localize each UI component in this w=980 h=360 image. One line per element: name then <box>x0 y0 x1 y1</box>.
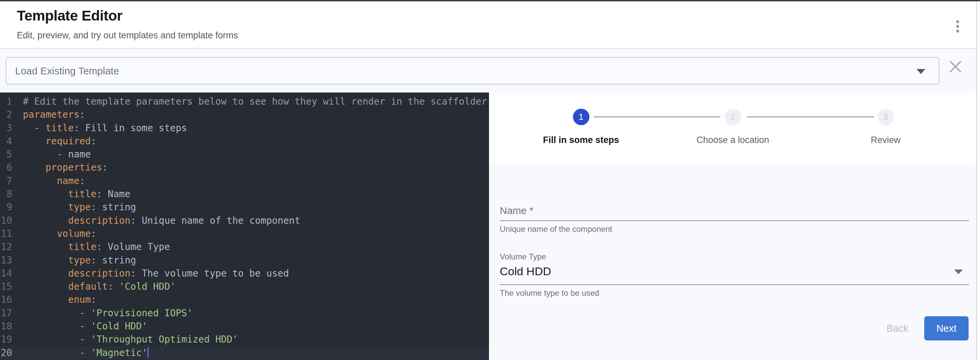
code-line[interactable]: 7 name: <box>0 174 489 187</box>
code-token <box>23 162 45 173</box>
volume-type-select[interactable] <box>500 250 969 310</box>
template-toolbar: Load Existing Template <box>0 49 980 93</box>
line-number: 11 <box>0 227 12 240</box>
code-token <box>23 268 68 279</box>
step-number-badge: 1 <box>573 109 589 125</box>
code-token: 'Magnetic' <box>91 347 148 358</box>
code-text: - 'Throughput Optimized HDD' <box>12 333 238 346</box>
code-token: - <box>23 347 91 358</box>
code-text: - 'Provisioned IOPS' <box>12 307 193 320</box>
code-token: # Edit the template parameters below to … <box>23 96 487 107</box>
code-line[interactable]: 15 default: 'Cold HDD' <box>0 280 489 293</box>
volume-type-field: Volume Type Cold HDD The volume type to … <box>500 250 969 310</box>
yaml-code-editor[interactable]: 1# Edit the template parameters below to… <box>0 93 489 360</box>
code-token: parameters <box>23 109 80 120</box>
code-line[interactable]: 5 - name <box>0 148 489 161</box>
code-line[interactable]: 13 type: string <box>0 254 489 267</box>
code-token: 'Throughput Optimized HDD' <box>91 334 238 345</box>
step-label: Review <box>815 135 956 146</box>
code-token <box>23 281 68 292</box>
line-number: 20 <box>0 346 12 359</box>
step-label: Fill in some steps <box>511 135 652 146</box>
line-number: 16 <box>0 293 12 306</box>
code-text: properties: <box>12 161 108 174</box>
close-editor-button[interactable] <box>948 59 963 74</box>
code-token: : <box>96 189 102 200</box>
code-line[interactable]: 12 title: Volume Type <box>0 240 489 253</box>
code-token: properties <box>45 162 102 173</box>
code-line[interactable]: 2parameters: <box>0 108 489 121</box>
vertical-scrollbar[interactable] <box>976 2 980 360</box>
code-text: volume: <box>12 227 96 240</box>
code-token: : <box>80 175 85 186</box>
volume-type-underline <box>500 284 969 285</box>
back-button[interactable]: Back <box>877 316 918 341</box>
stepper-step-2[interactable]: 2Choose a location <box>662 109 803 146</box>
line-number: 19 <box>0 333 12 346</box>
code-text: type: string <box>12 200 136 214</box>
code-line[interactable]: 9 type: string <box>0 200 489 214</box>
code-text: - 'Magnetic' <box>12 346 148 359</box>
code-text: type: string <box>12 254 136 267</box>
code-token <box>23 294 68 305</box>
caret-down-icon <box>954 269 963 274</box>
code-line[interactable]: 18 - 'Cold HDD' <box>0 320 489 333</box>
step-number-badge: 3 <box>878 109 894 125</box>
line-number: 2 <box>0 108 12 121</box>
name-field: Name * Unique name of the component <box>500 205 969 249</box>
code-line[interactable]: 1# Edit the template parameters below to… <box>0 95 489 108</box>
code-token: : <box>91 136 96 147</box>
line-number: 7 <box>0 174 12 187</box>
code-token: string <box>96 255 136 266</box>
code-text: - title: Fill in some steps <box>12 122 187 134</box>
next-button[interactable]: Next <box>924 316 969 341</box>
code-token: : <box>130 215 136 226</box>
code-line[interactable]: 16 enum: <box>0 293 489 306</box>
name-input-underline <box>500 220 969 221</box>
more-options-kebab-icon[interactable] <box>956 19 960 33</box>
code-token <box>23 255 68 266</box>
line-number: 12 <box>0 240 12 253</box>
code-token: : <box>91 294 96 305</box>
code-token: The volume type to be used <box>136 268 289 279</box>
code-token: - <box>23 149 68 160</box>
code-text: name: <box>12 174 85 187</box>
code-line[interactable]: 20 - 'Magnetic' <box>0 346 489 359</box>
code-line[interactable]: 14 description: The volume type to be us… <box>0 267 489 280</box>
stepper-step-1[interactable]: 1Fill in some steps <box>511 109 652 146</box>
step-label: Choose a location <box>662 135 803 146</box>
code-token: Fill in some steps <box>80 122 187 134</box>
load-existing-template-select[interactable]: Load Existing Template <box>6 57 939 85</box>
code-line[interactable]: 8 title: Name <box>0 187 489 200</box>
line-number: 15 <box>0 280 12 293</box>
code-token <box>23 215 68 226</box>
stepper-step-3[interactable]: 3Review <box>815 109 956 146</box>
code-token <box>23 241 68 252</box>
code-token: name <box>57 175 79 186</box>
code-token <box>23 175 57 186</box>
code-line[interactable]: 4 required: <box>0 134 489 148</box>
code-line[interactable]: 3 - title: Fill in some steps <box>0 122 489 134</box>
code-line[interactable]: 11 volume: <box>0 227 489 240</box>
code-line[interactable]: 6 properties: <box>0 161 489 174</box>
code-line[interactable]: 10 description: Unique name of the compo… <box>0 214 489 227</box>
code-token: description <box>68 268 130 279</box>
code-line[interactable]: 17 - 'Provisioned IOPS' <box>0 307 489 320</box>
code-token <box>23 189 68 200</box>
code-token: : <box>91 228 96 239</box>
code-line[interactable]: 19 - 'Throughput Optimized HDD' <box>0 333 489 346</box>
code-token: 'Cold HDD' <box>113 281 176 292</box>
code-token: type <box>68 202 91 213</box>
main-split: 1# Edit the template parameters below to… <box>0 93 980 360</box>
page-title: Template Editor <box>17 7 122 24</box>
text-cursor <box>148 347 148 358</box>
code-token: enum <box>68 294 91 305</box>
code-lines: 1# Edit the template parameters below to… <box>0 95 489 359</box>
page-header: Template Editor Edit, preview, and try o… <box>0 2 980 49</box>
code-token: description <box>68 215 130 226</box>
code-text: description: The volume type to be used <box>12 267 289 280</box>
code-token: : <box>80 109 85 120</box>
code-token: 'Cold HDD' <box>91 321 148 332</box>
code-text: title: Volume Type <box>12 240 170 253</box>
code-token: : <box>130 268 136 279</box>
